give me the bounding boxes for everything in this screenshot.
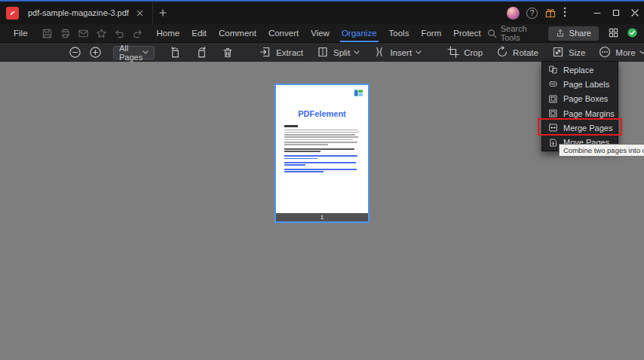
menu-item-tools[interactable]: Tools (383, 25, 416, 42)
menu-item-view[interactable]: View (305, 25, 336, 42)
more-label: More (615, 48, 635, 57)
undo-icon[interactable] (114, 28, 125, 39)
rotate-right-button[interactable] (195, 46, 208, 59)
document-tab[interactable]: pdf-sample-magazine-3.pdf (19, 2, 153, 24)
quick-access-toolbar (41, 28, 143, 39)
status-check-icon[interactable] (627, 27, 639, 39)
menubar-right-icons (608, 27, 644, 39)
replace-icon (548, 65, 558, 75)
menu-item-organize[interactable]: Organize (336, 25, 383, 42)
star-icon[interactable] (96, 28, 107, 39)
more-icon (599, 46, 612, 59)
split-button[interactable]: Split (317, 46, 360, 59)
share-label: Share (569, 29, 591, 38)
menu-item-label: Page Margins (563, 109, 615, 118)
page-title: PDFelement (284, 109, 360, 118)
kebab-menu-icon[interactable] (563, 7, 575, 19)
titlebar-right: ? (507, 2, 644, 24)
tab-title: pdf-sample-magazine-3.pdf (28, 8, 129, 17)
document-canvas[interactable]: PDFelement (0, 62, 644, 360)
extract-label: Extract (276, 48, 303, 57)
close-button[interactable] (625, 2, 644, 24)
more-button[interactable]: More (599, 46, 644, 59)
organize-toolbar: All Pages Extract Split Insert Crop (0, 43, 644, 62)
chevron-down-icon (354, 50, 360, 54)
chevron-down-icon (416, 50, 422, 54)
grid-view-icon[interactable] (608, 27, 620, 39)
menu-item-replace[interactable]: Replace (542, 63, 618, 77)
rotate-label: Rotate (513, 48, 538, 57)
gift-icon[interactable] (544, 7, 557, 19)
page-range-select[interactable]: All Pages (113, 46, 155, 59)
size-button[interactable]: Size (552, 46, 585, 59)
page-number-bar: 1 (276, 213, 368, 221)
menu-item-home[interactable]: Home (151, 25, 186, 42)
minimize-button[interactable] (587, 2, 606, 24)
rotate-icon (496, 46, 509, 59)
search-icon (487, 29, 497, 38)
window-controls (587, 2, 644, 24)
share-icon (556, 29, 565, 38)
question-icon: ? (530, 9, 535, 17)
search-tools[interactable]: Search Tools (487, 24, 527, 42)
search-label: Search Tools (501, 24, 527, 42)
maximize-button[interactable] (606, 2, 625, 24)
menubar: File Home Edit Comment Convert View Orga… (0, 24, 644, 43)
size-icon (552, 46, 565, 59)
rotate-left-button[interactable] (169, 46, 182, 59)
menu-item-label: Replace (563, 66, 593, 75)
crop-label: Crop (464, 48, 483, 57)
menu-item-page-boxes[interactable]: Page Boxes (542, 92, 618, 106)
insert-icon (373, 46, 386, 59)
chevron-down-icon (639, 50, 644, 54)
menu-item-page-labels[interactable]: Page Labels (542, 77, 618, 91)
split-label: Split (333, 48, 350, 57)
split-icon (317, 46, 330, 59)
save-icon[interactable] (41, 28, 53, 39)
insert-button[interactable]: Insert (373, 46, 422, 59)
share-button[interactable]: Share (548, 26, 599, 41)
new-tab-button[interactable] (153, 3, 173, 23)
app-logo-icon (6, 7, 19, 20)
pdf-page-thumbnail[interactable]: PDFelement (274, 84, 370, 223)
delete-page-button[interactable] (222, 46, 234, 59)
menu-item-protect[interactable]: Protect (447, 25, 486, 42)
extract-button[interactable]: Extract (259, 46, 303, 59)
tooltip: Combine two pages into one, (559, 144, 644, 157)
crop-icon (447, 46, 460, 59)
page-margins-icon (548, 108, 558, 118)
titlebar: pdf-sample-magazine-3.pdf ? (0, 2, 644, 24)
chevron-down-icon (143, 50, 149, 54)
redo-icon[interactable] (132, 28, 143, 39)
rotate-button[interactable]: Rotate (496, 46, 538, 59)
zoom-in-button[interactable] (89, 46, 102, 59)
page-logo-icon (354, 90, 363, 96)
menu-item-label: Page Boxes (563, 94, 608, 103)
menu-item-comment[interactable]: Comment (213, 25, 262, 42)
page-boxes-icon (548, 94, 558, 104)
menu-item-edit[interactable]: Edit (186, 25, 213, 42)
pdf-page-content: PDFelement (276, 85, 368, 221)
file-menu[interactable]: File (5, 25, 37, 42)
app-window: pdf-sample-magazine-3.pdf ? Fi (0, 0, 644, 360)
menu-item-form[interactable]: Form (415, 25, 447, 42)
crop-button[interactable]: Crop (447, 46, 483, 59)
move-pages-icon (548, 138, 558, 148)
size-label: Size (569, 48, 585, 57)
help-button[interactable]: ? (526, 8, 538, 19)
page-text-placeholder (284, 125, 360, 172)
more-dropdown-menu: Replace Page Labels Page Boxes Page Marg… (541, 61, 618, 151)
user-avatar[interactable] (507, 7, 520, 20)
menu-item-label: Page Labels (563, 80, 609, 89)
print-icon[interactable] (60, 28, 71, 39)
page-range-value: All Pages (119, 44, 143, 62)
tab-close-icon[interactable] (136, 8, 145, 17)
zoom-out-button[interactable] (69, 46, 81, 59)
page-labels-icon (548, 79, 558, 89)
extract-icon (259, 46, 272, 59)
annotation-highlight-box (538, 118, 622, 136)
menu-tabs: Home Edit Comment Convert View Organize … (151, 25, 487, 42)
menu-item-convert[interactable]: Convert (262, 25, 305, 42)
insert-label: Insert (390, 48, 412, 57)
mail-icon[interactable] (78, 28, 89, 39)
